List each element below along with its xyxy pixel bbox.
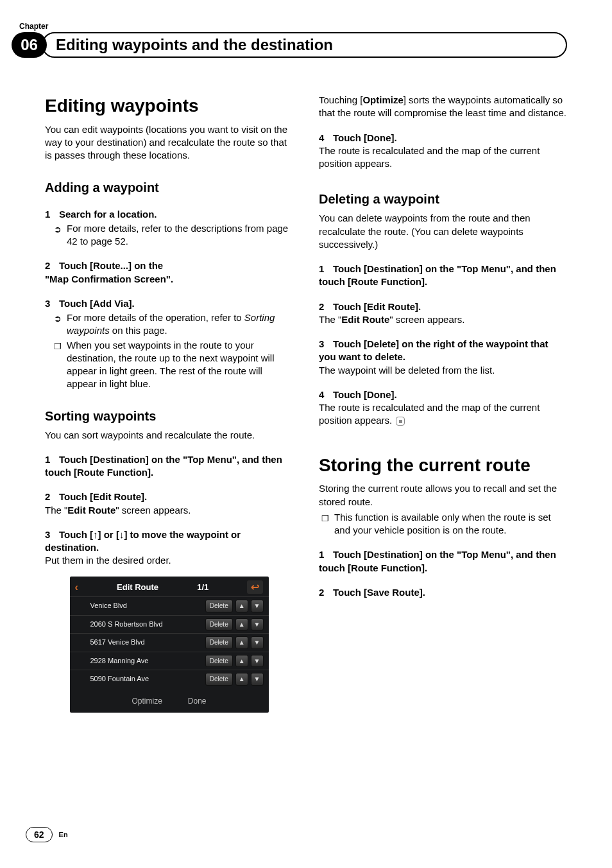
deleting-step4-note: The route is recalculated and the map of… <box>319 401 567 428</box>
ss-title: Edit Route <box>117 582 158 593</box>
sorting-step4-text: Touch [Done]. <box>333 132 397 143</box>
sorting-step4-note: The route is recalculated and the map of… <box>319 144 567 171</box>
adding-step1-note: For more details, refer to the descripti… <box>45 222 293 248</box>
delete-button[interactable]: Delete <box>205 673 233 686</box>
deleting-step4-note-text: The route is recalculated and the map of… <box>319 402 540 426</box>
table-row: 2928 Manning Ave Delete ▲ ▼ <box>70 652 269 670</box>
list-item[interactable]: 2928 Manning Ave <box>75 656 203 666</box>
table-row: 5617 Venice Blvd Delete ▲ ▼ <box>70 633 269 652</box>
delete-button[interactable]: Delete <box>205 636 233 649</box>
move-up-button[interactable]: ▲ <box>235 600 248 612</box>
move-down-button[interactable]: ▼ <box>251 618 264 631</box>
delete-button[interactable]: Delete <box>205 655 233 668</box>
left-column: Editing waypoints You can edit waypoints… <box>45 94 293 713</box>
return-icon[interactable]: ↩ <box>247 580 263 595</box>
list-item[interactable]: 2060 S Robertson Blvd <box>75 620 203 629</box>
page: Chapter 06 Editing waypoints and the des… <box>0 0 612 868</box>
arrow-up-icon <box>93 529 98 540</box>
list-item[interactable]: 5090 Fountain Ave <box>75 674 203 684</box>
storing-step2-text: Touch [Save Route]. <box>333 587 425 598</box>
subheading-adding: Adding a waypoint <box>45 179 293 196</box>
arrow-icon <box>54 312 62 325</box>
sorting-step3-note: Put them in the desired order. <box>45 554 293 567</box>
optimize-button[interactable]: Optimize <box>132 696 162 706</box>
adding-step2-line1: Touch [Route...] on the <box>59 260 163 271</box>
ss-header: ‹ Edit Route 1/1 ↩ <box>70 577 269 597</box>
deleting-step1: 1Touch [Destination] on the "Top Menu", … <box>319 263 567 289</box>
adding-step3-note2-text: When you set waypoints in the route to y… <box>67 340 275 390</box>
chapter-label: Chapter <box>19 22 567 31</box>
subheading-deleting: Deleting a waypoint <box>319 191 567 208</box>
adding-step3-note1c: on this page. <box>110 325 167 336</box>
ss-page-indicator: 1/1 <box>197 582 208 593</box>
deleting-step4-text: Touch [Done]. <box>333 389 397 400</box>
adding-step3-note1a: For more details of the operation, refer… <box>67 312 244 323</box>
deleting-step2-note-b: Edit Route <box>341 314 389 325</box>
list-item[interactable]: Venice Blvd <box>75 601 203 611</box>
delete-button[interactable]: Delete <box>205 600 233 612</box>
table-row: 2060 S Robertson Blvd Delete ▲ ▼ <box>70 615 269 634</box>
storing-step1-text: Touch [Destination] on the "Top Menu", a… <box>319 549 556 573</box>
deleting-step3-note: The waypoint will be deleted from the li… <box>319 364 567 377</box>
adding-step3-note2: When you set waypoints in the route to y… <box>45 339 293 391</box>
language-label: En <box>59 831 68 838</box>
sorting-step2-note-b: Edit Route <box>67 505 115 516</box>
page-number: 62 <box>26 827 53 842</box>
move-up-button[interactable]: ▲ <box>235 655 248 668</box>
done-button[interactable]: Done <box>188 696 207 706</box>
storing-bullet: This function is available only when the… <box>319 511 567 537</box>
deleting-step2: 2Touch [Edit Route]. <box>319 300 567 313</box>
move-down-button[interactable]: ▼ <box>251 673 264 686</box>
sorting-step3: 3Touch [] or [] to move the waypoint or … <box>45 528 293 555</box>
list-item[interactable]: 5617 Venice Blvd <box>75 638 203 647</box>
move-down-button[interactable]: ▼ <box>251 655 264 668</box>
sorting-step1: 1Touch [Destination] on the "Top Menu", … <box>45 453 293 480</box>
subheading-sorting: Sorting waypoints <box>45 408 293 425</box>
optimize-note: Touching [Optimize] sorts the waypoints … <box>319 94 567 120</box>
deleting-step3: 3Touch [Delete] on the right of the wayp… <box>319 338 567 364</box>
deleting-intro: You can delete waypoints from the route … <box>319 212 567 251</box>
sorting-step2-note-c: " screen appears. <box>115 505 191 516</box>
move-down-button[interactable]: ▼ <box>251 636 264 649</box>
delete-button[interactable]: Delete <box>205 618 233 631</box>
back-icon[interactable]: ‹ <box>75 580 78 595</box>
sorting-step2-text: Touch [Edit Route]. <box>59 491 147 502</box>
box-icon <box>54 340 62 352</box>
box-icon <box>321 512 329 525</box>
deleting-step4: 4Touch [Done]. <box>319 388 567 401</box>
adding-step2: 2Touch [Route...] on the <box>45 259 293 272</box>
table-row: Venice Blvd Delete ▲ ▼ <box>70 596 269 615</box>
adding-step3: 3Touch [Add Via]. <box>45 297 293 310</box>
adding-step1-note-text: For more details, refer to the descripti… <box>67 223 288 247</box>
chapter-number-pill: 06 <box>12 32 47 58</box>
adding-step1: 1Search for a location. <box>45 208 293 221</box>
chapter-title: Editing waypoints and the destination <box>56 36 333 54</box>
arrow-icon <box>54 223 62 236</box>
storing-step2: 2Touch [Save Route]. <box>319 586 567 599</box>
ss-footer: Optimize Done <box>70 688 269 706</box>
adding-step3-note1: For more details of the operation, refer… <box>45 311 293 338</box>
deleting-step2-note-c: " screen appears. <box>389 314 464 325</box>
storing-step1: 1Touch [Destination] on the "Top Menu", … <box>319 548 567 575</box>
move-down-button[interactable]: ▼ <box>251 600 264 612</box>
sorting-step2-note-a: The " <box>45 505 67 516</box>
edit-route-screenshot: ‹ Edit Route 1/1 ↩ Venice Blvd Delete ▲ … <box>70 577 269 713</box>
move-up-button[interactable]: ▲ <box>235 673 248 686</box>
adding-step2-line2: "Map Confirmation Screen". <box>45 273 293 286</box>
page-footer: 62 En <box>26 827 68 842</box>
sorting-step3-b: ] or [ <box>98 529 119 540</box>
storing-intro: Storing the current route allows you to … <box>319 482 567 508</box>
sorting-step2: 2Touch [Edit Route]. <box>45 490 293 503</box>
intro-text: You can edit waypoints (locations you wa… <box>45 123 293 162</box>
deleting-step1-text: Touch [Destination] on the "Top Menu", a… <box>319 263 556 287</box>
section-editing-waypoints: Editing waypoints <box>45 94 293 118</box>
sorting-step4: 4Touch [Done]. <box>319 132 567 144</box>
move-up-button[interactable]: ▲ <box>235 636 248 649</box>
sorting-intro: You can sort waypoints and recalculate t… <box>45 429 293 442</box>
section-end-icon <box>396 417 405 426</box>
title-bar: 06 Editing waypoints and the destination <box>12 32 567 58</box>
deleting-step2-text: Touch [Edit Route]. <box>333 301 421 312</box>
adding-step3-text: Touch [Add Via]. <box>59 298 135 309</box>
section-storing: Storing the current route <box>319 453 567 478</box>
move-up-button[interactable]: ▲ <box>235 618 248 631</box>
